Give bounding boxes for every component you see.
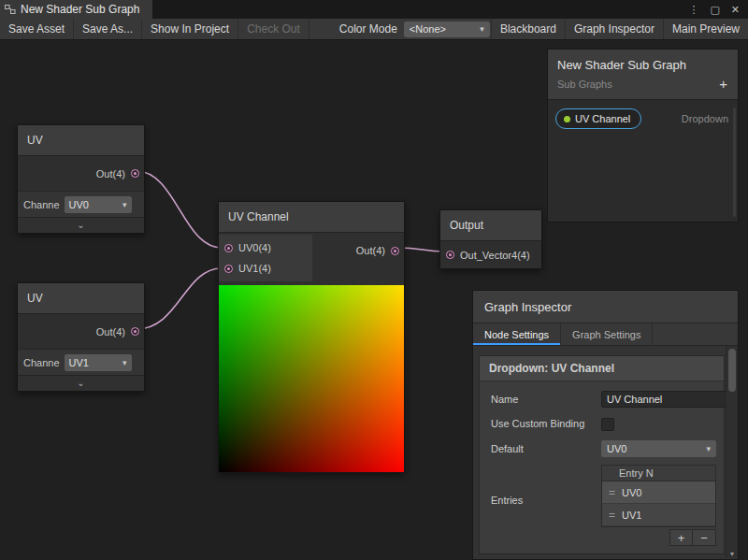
channel-dropdown[interactable]: UV1 ▾ — [65, 354, 132, 371]
show-in-project-button[interactable]: Show In Project — [142, 19, 238, 39]
port-label: Out(4) — [96, 168, 125, 179]
check-out-button: Check Out — [238, 19, 309, 39]
property-name: UV Channel — [575, 113, 630, 124]
entries-label: Entries — [491, 481, 601, 527]
default-dropdown[interactable]: UV0 ▾ — [601, 440, 716, 457]
add-property-button[interactable]: + — [719, 78, 727, 91]
titlebar: New Shader Sub Graph ⋮ ▢ ✕ — [0, 0, 748, 19]
entry-name-column-header: Entry N — [601, 465, 716, 481]
inspector-body: Dropdown: UV Channel Name Use Custom Bin… — [473, 346, 738, 558]
channel-control-row: Channe UV1 ▾ — [18, 349, 144, 375]
scrollbar-thumb[interactable] — [728, 349, 736, 392]
out-port[interactable] — [391, 247, 399, 255]
inspector-scrollbar[interactable]: ▾ — [726, 346, 738, 558]
tab-new-shader-sub-graph[interactable]: New Shader Sub Graph — [0, 0, 152, 19]
tab-graph-settings[interactable]: Graph Settings — [561, 323, 653, 345]
port-label: Out(4) — [356, 245, 385, 256]
blackboard-header[interactable]: New Shader Sub Graph Sub Graphs + — [548, 50, 738, 100]
remove-entry-button[interactable]: − — [693, 529, 716, 546]
window-controls: ⋮ ▢ ✕ — [688, 0, 748, 19]
node-title[interactable]: Output — [440, 210, 541, 241]
blackboard-panel: New Shader Sub Graph Sub Graphs + UV Cha… — [547, 49, 739, 223]
blackboard-toggle-button[interactable]: Blackboard — [491, 19, 565, 39]
edge-uv2-to-uvchannel[interactable] — [137, 268, 222, 329]
chevron-down-icon: ▾ — [122, 200, 127, 209]
edge-uvchannel-to-output[interactable] — [399, 248, 443, 251]
collapse-preview-chevron[interactable]: ⌄ — [18, 375, 144, 391]
channel-label: Channe — [23, 199, 60, 210]
in-port-uv0[interactable] — [224, 244, 233, 252]
scroll-down-arrow-icon[interactable]: ▾ — [726, 550, 738, 558]
drag-handle-icon[interactable]: = — [609, 486, 615, 499]
name-input[interactable] — [601, 391, 738, 408]
channel-dropdown[interactable]: UV0 ▾ — [65, 196, 132, 213]
input-port-row: UV0(4) — [219, 237, 312, 258]
channel-value: UV0 — [69, 199, 89, 210]
node-title[interactable]: UV Channel — [219, 202, 404, 233]
input-port-row: Out_Vector4(4) — [440, 241, 541, 268]
in-port-uv1[interactable] — [224, 265, 233, 273]
tab-node-settings[interactable]: Node Settings — [473, 323, 561, 345]
out-port[interactable] — [131, 327, 139, 336]
name-field-row: Name — [480, 391, 724, 408]
save-asset-button[interactable]: Save Asset — [0, 19, 74, 39]
node-title[interactable]: UV — [18, 125, 144, 156]
drag-handle-icon[interactable]: = — [609, 509, 615, 522]
unity-shader-graph-window: { "colors": { "accent_blue": "#3E9BFF", … — [0, 0, 748, 560]
chevron-down-icon: ▾ — [706, 444, 711, 453]
entry-value: UV0 — [622, 487, 641, 498]
add-entry-button[interactable]: + — [669, 529, 693, 546]
graph-inspector-panel: Graph Inspector Node Settings Graph Sett… — [472, 290, 739, 560]
output-port-row: Out(4) — [356, 240, 399, 261]
channel-control-row: Channe UV0 ▾ — [18, 191, 144, 217]
default-label: Default — [491, 442, 601, 455]
channel-value: UV1 — [69, 357, 89, 368]
property-pill-uv-channel[interactable]: UV Channel — [555, 108, 641, 129]
inspector-tabs: Node Settings Graph Settings — [473, 323, 738, 346]
node-uv-2[interactable]: UV Out(4) Channe UV1 ▾ ⌄ — [17, 282, 145, 392]
entries-list-footer: + − — [480, 529, 716, 546]
node-uv-channel[interactable]: UV Channel UV0(4) UV1(4) Out(4) — [218, 201, 405, 473]
chevron-down-icon: ▾ — [480, 24, 484, 34]
use-custom-binding-label: Use Custom Binding — [491, 417, 601, 430]
port-label: UV1(4) — [238, 263, 271, 274]
out-port[interactable] — [131, 169, 139, 178]
use-custom-binding-checkbox[interactable] — [601, 418, 614, 431]
entry-row-uv1[interactable]: = UV1 — [602, 504, 715, 526]
name-label: Name — [491, 393, 601, 406]
port-label: Out(4) — [96, 326, 125, 337]
maximize-icon[interactable]: ▢ — [710, 4, 719, 16]
entries-field-row: Entries = UV0 = UV1 — [480, 481, 724, 527]
output-port-row: Out(4) — [18, 156, 144, 191]
uv-gradient-preview — [219, 285, 404, 472]
custom-binding-row: Use Custom Binding — [480, 417, 724, 431]
save-as-button[interactable]: Save As... — [74, 19, 142, 39]
color-mode-dropdown[interactable]: <None> ▾ — [404, 22, 490, 37]
graph-inspector-toggle-button[interactable]: Graph Inspector — [565, 19, 663, 39]
entry-row-uv0[interactable]: = UV0 — [602, 481, 715, 504]
entries-list: = UV0 = UV1 — [601, 481, 716, 527]
tab-title: New Shader Sub Graph — [21, 3, 139, 16]
blackboard-subtitle: Sub Graphs — [557, 79, 728, 90]
graph-canvas[interactable]: UV Out(4) Channe UV0 ▾ ⌄ UV Out(4) Chann… — [0, 40, 748, 560]
input-port-row: UV1(4) — [219, 258, 312, 279]
node-uv-1[interactable]: UV Out(4) Channe UV0 ▾ ⌄ — [17, 124, 145, 234]
channel-label: Channe — [23, 357, 60, 368]
kebab-menu-icon[interactable]: ⋮ — [688, 4, 698, 16]
blackboard-scrollbar[interactable] — [733, 108, 736, 217]
default-value: UV0 — [607, 443, 626, 454]
node-output[interactable]: Output Out_Vector4(4) — [439, 209, 542, 269]
close-icon[interactable]: ✕ — [731, 4, 740, 16]
port-label: UV0(4) — [238, 242, 271, 253]
color-mode-label: Color Mode — [309, 19, 404, 39]
node-title[interactable]: UV — [18, 283, 144, 314]
collapse-preview-chevron[interactable]: ⌄ — [18, 217, 144, 233]
property-type-label: Dropdown — [682, 113, 728, 124]
in-port-out-vector4[interactable] — [446, 251, 454, 259]
dropdown-settings-section: Dropdown: UV Channel Name Use Custom Bin… — [479, 355, 725, 554]
sub-graph-icon — [5, 4, 16, 15]
main-preview-toggle-button[interactable]: Main Preview — [663, 19, 748, 39]
inspector-title[interactable]: Graph Inspector — [473, 291, 738, 323]
input-ports: UV0(4) UV1(4) — [219, 235, 312, 281]
edge-uv1-to-uvchannel[interactable] — [137, 171, 222, 248]
